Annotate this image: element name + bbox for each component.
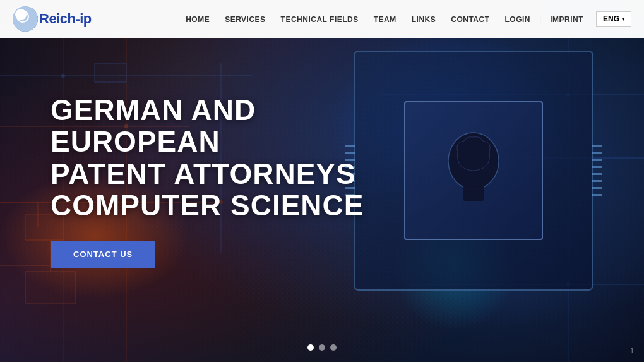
language-selector[interactable]: ENG ▾: [596, 11, 631, 27]
language-label: ENG: [603, 15, 619, 23]
svg-rect-18: [95, 63, 126, 82]
svg-point-25: [18, 11, 28, 21]
nav-services[interactable]: SERVICES: [217, 13, 273, 25]
svg-point-21: [448, 133, 499, 190]
hero-title-line3: COMPUTER SCIENCE: [51, 190, 364, 222]
nav-technical-fields[interactable]: TECHNICAL FIELDS: [273, 13, 366, 25]
nav-team[interactable]: TEAM: [366, 13, 404, 25]
svg-rect-17: [25, 272, 76, 303]
slide-indicators: [307, 344, 337, 351]
slide-dot-2[interactable]: [319, 344, 325, 351]
contact-us-button[interactable]: CONTACT US: [51, 241, 155, 268]
hero-title-line1: GERMAN AND EUROPEAN: [51, 94, 256, 159]
nav-imprint[interactable]: IMPRINT: [542, 13, 591, 25]
svg-point-11: [61, 74, 65, 78]
logo-container[interactable]: Reich-ip: [13, 6, 92, 32]
nav-home[interactable]: HOME: [178, 13, 217, 25]
nav-links: HOME SERVICES TECHNICAL FIELDS TEAM LINK…: [178, 13, 591, 25]
navbar: Reich-ip HOME SERVICES TECHNICAL FIELDS …: [0, 0, 644, 38]
svg-rect-22: [463, 185, 484, 201]
hero-title: GERMAN AND EUROPEAN PATENT ATTORNEYS COM…: [51, 94, 391, 222]
nav-divider-item: |: [538, 13, 542, 25]
hero-title-line2: PATENT ATTORNEYS: [51, 157, 356, 190]
logo-text: Reich-ip: [39, 11, 92, 27]
nav-links-item[interactable]: LINKS: [404, 13, 444, 25]
slide-dot-3[interactable]: [330, 344, 337, 351]
nav-login[interactable]: LOGIN: [498, 13, 539, 25]
chip-pins-right: [592, 140, 602, 201]
hero-section: Reich-ip HOME SERVICES TECHNICAL FIELDS …: [0, 0, 644, 362]
page-number: 1: [630, 347, 634, 354]
nav-contact[interactable]: CONTACT: [443, 13, 497, 25]
hero-content: GERMAN AND EUROPEAN PATENT ATTORNEYS COM…: [51, 94, 391, 268]
chevron-down-icon: ▾: [622, 16, 624, 22]
slide-dot-1[interactable]: [307, 344, 314, 351]
head-icon: [439, 130, 508, 212]
logo-icon: [13, 6, 38, 32]
